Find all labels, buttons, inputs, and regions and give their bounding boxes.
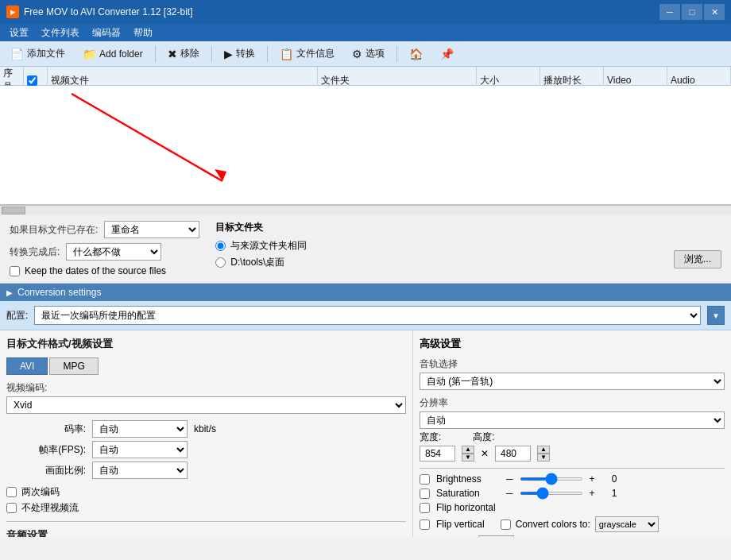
width-input[interactable]: [420, 446, 455, 462]
conv-section-header: ▶ Conversion settings: [0, 284, 731, 301]
left-panel: 目标文件格式/视频设置 AVI MPG 视频编码: Xvid 码率: 自动 kb…: [0, 330, 413, 537]
tab-mpg[interactable]: MPG: [49, 357, 98, 375]
toolbar-sep-4: [396, 46, 397, 62]
custom-folder-radio-label[interactable]: D:\tools\桌面: [215, 256, 721, 269]
track-select[interactable]: 自动 (第一音轨): [420, 373, 725, 390]
bitrate-select[interactable]: 自动: [92, 420, 188, 438]
select-all-checkbox[interactable]: [27, 75, 37, 86]
custom-folder-radio[interactable]: [215, 257, 226, 268]
menu-filelist[interactable]: 文件列表: [35, 25, 86, 41]
remove-icon: ✖: [168, 48, 177, 60]
convert-button[interactable]: ▶ 转换: [217, 44, 262, 64]
config-arrow[interactable]: ▼: [707, 306, 725, 325]
if-exists-select[interactable]: 重命名: [104, 221, 199, 238]
saturation-checkbox[interactable]: [420, 489, 430, 499]
bitrate-label: 码率:: [6, 423, 86, 436]
right-panel: 高级设置 音轨选择 自动 (第一音轨) 分辨率 自动 宽度: 高度:: [413, 330, 731, 537]
height-input[interactable]: [495, 446, 531, 462]
app-title: Free MOV to AVI Converter 1.12 [32-bit]: [24, 6, 659, 17]
remove-button[interactable]: ✖ 移除: [161, 44, 207, 64]
brightness-label: Brightness: [436, 473, 500, 485]
width-spin-down[interactable]: ▼: [462, 454, 474, 462]
rotation-row: Rotation 15: [420, 535, 725, 537]
file-list[interactable]: [0, 86, 731, 205]
saturation-val: 1: [601, 488, 617, 499]
options-icon: ⚙: [352, 48, 362, 60]
same-folder-radio-label[interactable]: 与来源文件夹相同: [215, 239, 721, 253]
rotation-select[interactable]: 15: [478, 535, 514, 537]
menu-bar: 设置 文件列表 编码器 帮助: [0, 24, 731, 41]
resolution-controls: 自动: [420, 411, 725, 429]
keep-dates-checkbox[interactable]: [10, 266, 20, 276]
convert-colors-checkbox[interactable]: [501, 519, 511, 530]
video-encoder-label: 视频编码:: [6, 381, 406, 395]
brightness-checkbox[interactable]: [420, 474, 430, 485]
config-select[interactable]: 最近一次编码所使用的配置: [34, 306, 701, 325]
resolution-select[interactable]: 自动: [420, 411, 725, 429]
file-info-button[interactable]: 📋 文件信息: [273, 44, 342, 64]
dest-settings: 如果目标文件已存在: 重命名 转换完成后: 什么都不做 Keep the dat…: [0, 214, 731, 284]
file-list-header: 序号 视频文件 文件夹 大小 播放时长 Video Audio: [0, 67, 731, 86]
fps-select[interactable]: 自动: [92, 441, 188, 458]
h-scrollbar[interactable]: [0, 205, 731, 214]
pin-button[interactable]: 📌: [433, 44, 461, 64]
no-video-label: 不处理视频流: [21, 501, 79, 515]
audio-divider: [6, 521, 406, 522]
add-folder-button[interactable]: 📁 Add folder: [75, 44, 150, 64]
width-spin-up[interactable]: ▲: [462, 446, 474, 454]
home-button[interactable]: 🏠: [402, 44, 430, 64]
h-scrollbar-thumb[interactable]: [2, 207, 25, 214]
video-checks: 两次编码 不处理视频流: [6, 485, 406, 515]
maximize-button[interactable]: □: [682, 4, 702, 20]
ratio-select[interactable]: 自动: [92, 462, 188, 479]
minimize-button[interactable]: ─: [659, 4, 680, 20]
menu-help[interactable]: 帮助: [127, 25, 159, 41]
minus-icon-brightness: ─: [506, 473, 513, 485]
if-exists-row: 如果目标文件已存在: 重命名: [10, 221, 199, 238]
two-pass-label: 两次编码: [21, 485, 60, 499]
height-spin-up[interactable]: ▲: [537, 446, 550, 454]
left-panel-title: 目标文件格式/视频设置: [6, 337, 406, 351]
dest-folder-radios: 与来源文件夹相同 D:\tools\桌面: [215, 239, 721, 269]
convert-icon: ▶: [224, 48, 233, 60]
keep-dates-label: Keep the dates of the source files: [25, 265, 166, 276]
close-button[interactable]: ✕: [704, 4, 725, 20]
brightness-slider[interactable]: [520, 477, 583, 481]
flip-v-checkbox[interactable]: [420, 519, 430, 530]
height-spin-down[interactable]: ▼: [537, 454, 550, 462]
saturation-slider[interactable]: [520, 492, 583, 495]
grayscale-select[interactable]: grayscale: [595, 516, 659, 532]
options-button[interactable]: ⚙ 选项: [345, 44, 392, 64]
height-label: 高度:: [473, 431, 494, 444]
after-convert-row: 转换完成后: 什么都不做: [10, 243, 199, 261]
flip-h-label: Flip horizontal: [436, 502, 496, 513]
no-video-checkbox[interactable]: [6, 503, 17, 513]
window-controls: ─ □ ✕: [659, 4, 725, 20]
tab-avi[interactable]: AVI: [6, 357, 48, 375]
dest-right: 目标文件夹 与来源文件夹相同 D:\tools\桌面 浏览...: [215, 221, 721, 276]
file-list-container: [0, 86, 731, 205]
brightness-val: 0: [601, 473, 617, 485]
same-folder-radio[interactable]: [215, 241, 226, 251]
saturation-row: Saturation ─ + 1: [420, 488, 725, 499]
flip-v-row: Flip vertical: [420, 519, 485, 530]
flip-h-checkbox[interactable]: [420, 503, 430, 513]
add-folder-icon: 📁: [83, 48, 96, 60]
toolbar-sep-3: [267, 46, 268, 62]
bottom-area: 目标文件格式/视频设置 AVI MPG 视频编码: Xvid 码率: 自动 kb…: [0, 330, 731, 537]
minus-icon-saturation: ─: [506, 488, 513, 499]
track-label: 音轨选择: [420, 357, 725, 371]
format-tabs: AVI MPG: [6, 357, 406, 375]
resolution-label: 分辨率: [420, 396, 725, 410]
video-encoder-select[interactable]: Xvid: [6, 396, 406, 414]
menu-settings[interactable]: 设置: [3, 25, 35, 41]
convert-colors-label: Convert colors to:: [516, 519, 590, 530]
effects-divider: [420, 468, 725, 469]
two-pass-checkbox[interactable]: [6, 487, 17, 497]
menu-encoder[interactable]: 编码器: [86, 25, 127, 41]
browse-button[interactable]: 浏览...: [674, 250, 721, 268]
conv-section-icon: ▶: [6, 288, 13, 297]
conv-section-title: Conversion settings: [17, 287, 101, 298]
add-file-button[interactable]: 📄 添加文件: [3, 44, 72, 64]
after-convert-select[interactable]: 什么都不做: [66, 243, 161, 261]
